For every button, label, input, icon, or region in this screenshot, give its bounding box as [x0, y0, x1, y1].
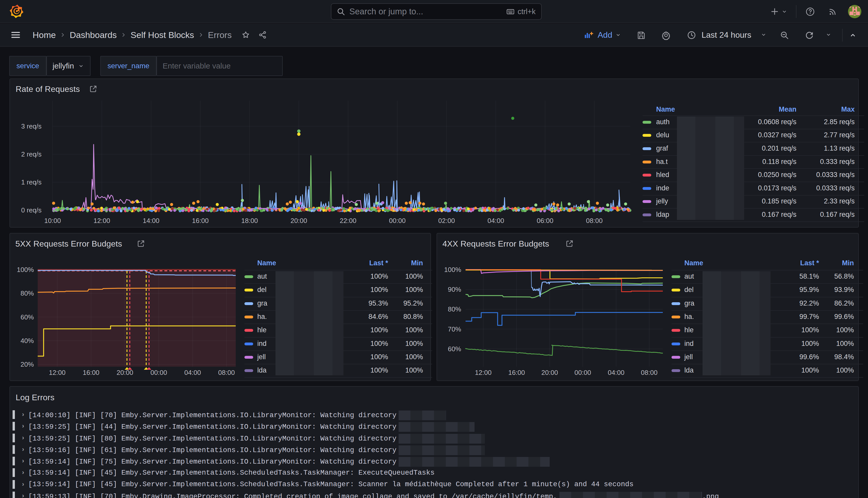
svg-text:00:00: 00:00 — [574, 369, 591, 376]
svg-text:08:00: 08:00 — [641, 369, 657, 376]
svg-text:04:00: 04:00 — [184, 369, 201, 376]
svg-text:04:00: 04:00 — [488, 217, 504, 224]
svg-text:16:00: 16:00 — [83, 369, 99, 376]
svg-text:08:00: 08:00 — [218, 369, 235, 376]
svg-text:60%: 60% — [21, 313, 34, 321]
svg-text:70%: 70% — [448, 325, 461, 333]
svg-text:10:00: 10:00 — [44, 217, 61, 224]
svg-text:14:00: 14:00 — [143, 217, 159, 224]
svg-text:3 req/s: 3 req/s — [21, 122, 42, 130]
svg-text:60%: 60% — [448, 345, 461, 353]
svg-text:16:00: 16:00 — [192, 217, 209, 224]
svg-text:18:00: 18:00 — [241, 217, 258, 224]
svg-text:12:00: 12:00 — [49, 369, 65, 376]
svg-text:08:00: 08:00 — [586, 217, 602, 224]
svg-text:20:00: 20:00 — [117, 369, 133, 376]
svg-text:100%: 100% — [17, 266, 34, 274]
svg-text:00:00: 00:00 — [150, 369, 167, 376]
svg-text:12:00: 12:00 — [475, 369, 492, 376]
svg-text:2 req/s: 2 req/s — [21, 150, 42, 158]
svg-text:0 req/s: 0 req/s — [21, 206, 42, 214]
svg-text:20%: 20% — [21, 361, 34, 368]
svg-text:80%: 80% — [448, 305, 461, 313]
svg-text:20:00: 20:00 — [290, 217, 307, 224]
svg-text:16:00: 16:00 — [508, 369, 525, 376]
svg-text:12:00: 12:00 — [93, 217, 110, 224]
svg-text:20:00: 20:00 — [541, 369, 558, 376]
svg-text:22:00: 22:00 — [339, 217, 356, 224]
svg-text:1 req/s: 1 req/s — [21, 178, 42, 186]
svg-text:80%: 80% — [21, 289, 34, 297]
svg-text:100%: 100% — [444, 266, 462, 274]
svg-text:90%: 90% — [448, 286, 461, 293]
svg-text:00:00: 00:00 — [389, 217, 405, 224]
svg-text:40%: 40% — [21, 337, 34, 344]
svg-text:02:00: 02:00 — [438, 217, 455, 224]
svg-text:06:00: 06:00 — [537, 217, 553, 224]
svg-text:04:00: 04:00 — [607, 369, 624, 376]
